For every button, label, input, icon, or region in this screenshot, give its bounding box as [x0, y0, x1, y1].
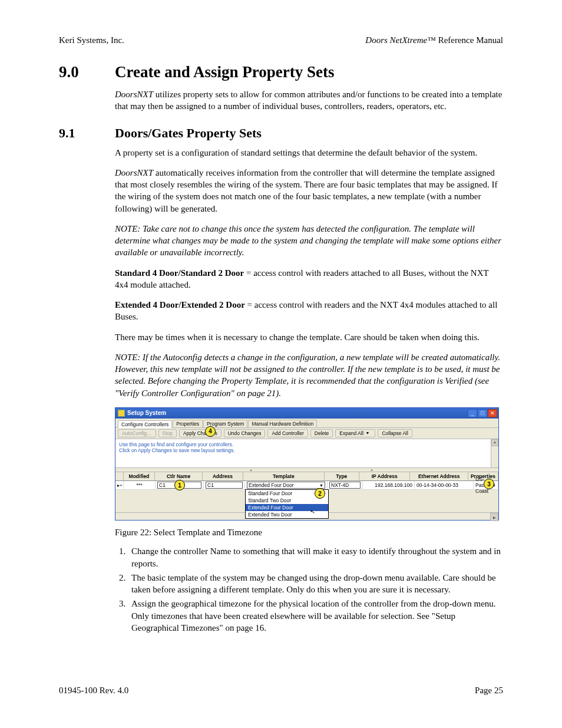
product-name-italic: DoorsNXT	[115, 168, 153, 177]
extended-door-label: Extended 4 Door/Extended 2 Door	[115, 300, 245, 309]
section-9-0-heading: 9.0 Create and Assign Property Sets	[59, 63, 503, 81]
section-title: Create and Assign Property Sets	[115, 63, 335, 81]
header-product: Doors NetXtreme	[365, 35, 427, 45]
template-column-header[interactable]: Template	[243, 472, 325, 480]
footer-page-number: Page 25	[475, 686, 503, 696]
collapse-all-button[interactable]: Collapse All	[378, 429, 412, 437]
ip-cell: 192.168.109.100	[363, 481, 415, 489]
steps-list: Change the controller Name to something …	[115, 545, 503, 634]
para-change-template: There may be times when it is necessary …	[115, 331, 503, 343]
toolbar: AutoConfig… Stop Apply Changes 4 Undo Ch…	[115, 428, 498, 439]
type-column-header[interactable]: Type	[325, 472, 359, 480]
step-3: Assign the geographical timezone for the…	[128, 598, 503, 634]
header-suffix: Reference Manual	[436, 35, 503, 45]
callout-2: 2	[315, 488, 325, 499]
ctlr-name-column-header[interactable]: Ctlr Name	[155, 472, 203, 480]
autoconfig-button[interactable]: AutoConfig…	[118, 429, 156, 437]
address-cell: C1	[204, 481, 245, 489]
tab-manual-hardware[interactable]: Manual Hardware Definition	[248, 420, 317, 427]
chevron-down-icon[interactable]: ▼	[363, 431, 372, 435]
window-titlebar[interactable]: Setup System _ □ ✕	[115, 408, 498, 419]
expand-toggle[interactable]: ▸+	[115, 481, 124, 489]
address-value: C1	[207, 482, 214, 488]
tab-bar: Configure Controllers Properties Program…	[115, 419, 498, 428]
window-title: Setup System	[127, 410, 166, 416]
footer-doc-rev: 01945-100 Rev. 4.0	[59, 686, 128, 696]
properties-cell[interactable]: US-Pacific Coast 3 ▼	[474, 481, 498, 489]
type-cell: NXT-4D	[328, 481, 363, 489]
table-row[interactable]: ▸+ *** C1 1 C1 Extended Four Door▼ Stand…	[115, 481, 498, 490]
header-tm: ™	[427, 35, 436, 45]
expand-all-label: Expand All	[339, 430, 363, 436]
type-value: NXT-4D	[331, 482, 349, 488]
modified-column-header[interactable]: Modified	[124, 472, 155, 480]
header-company: Keri Systems, Inc.	[59, 35, 124, 45]
splitter-grip-icon[interactable]	[360, 468, 384, 472]
para-definition: A property set is a configuration of sta…	[115, 147, 503, 159]
ip-address-column-header[interactable]: IP Address	[359, 472, 411, 480]
template-cell[interactable]: Extended Four Door▼ Standard Four Door S…	[245, 481, 328, 489]
setup-system-window: Setup System _ □ ✕ Configure Controllers…	[115, 407, 499, 521]
ctlr-name-value: C1	[159, 482, 166, 488]
product-name-italic: DoorsNXT	[115, 90, 153, 99]
subsection-title: Doors/Gates Property Sets	[115, 126, 262, 141]
grid-body: ▸+ *** C1 1 C1 Extended Four Door▼ Stand…	[115, 481, 498, 520]
expand-all-button[interactable]: Expand All▼	[335, 429, 375, 437]
tab-properties[interactable]: Properties	[173, 420, 203, 427]
maximize-button[interactable]: □	[478, 409, 487, 417]
intro-paragraph: DoorsNXT utilizes property sets to allow…	[115, 88, 503, 113]
minimize-button[interactable]: _	[468, 409, 477, 417]
hint-scrollbar[interactable]: ▲	[491, 439, 498, 467]
header-manual: Doors NetXtreme™ Reference Manual	[365, 35, 503, 45]
para-extended-door: Extended 4 Door/Extended 2 Door = access…	[115, 299, 503, 323]
dropdown-option[interactable]: Standard Two Door	[246, 497, 328, 504]
expand-column-header[interactable]	[115, 472, 124, 480]
app-icon	[118, 410, 125, 417]
scroll-right-icon[interactable]: ▶	[490, 513, 498, 521]
splitter-row[interactable]	[115, 468, 498, 472]
callout-1: 1	[174, 480, 185, 490]
note-autoconfig: NOTE: If the Autoconfig detects a change…	[115, 351, 503, 399]
modified-cell: ***	[124, 481, 156, 489]
figure-caption: Figure 22: Select Template and Timezone	[115, 526, 503, 538]
ethernet-address-column-header[interactable]: Ethernet Address	[410, 472, 468, 480]
step-1: Change the controller Name to something …	[128, 545, 503, 569]
chevron-down-icon[interactable]: ▼	[319, 483, 323, 487]
ctlr-name-cell[interactable]: C1 1	[156, 481, 204, 489]
para-auto-template-text: automatically receives information from …	[115, 168, 498, 213]
dropdown-option[interactable]: Extended Two Door	[246, 511, 328, 518]
address-column-header[interactable]: Address	[203, 472, 243, 480]
page-header: Keri Systems, Inc. Doors NetXtreme™ Refe…	[59, 35, 503, 45]
section-number: 9.0	[59, 63, 115, 81]
note-care: NOTE: Take care not to change this once …	[115, 223, 503, 259]
standard-door-label: Standard 4 Door/Standard 2 Door	[115, 268, 244, 278]
cursor-icon: ↖	[309, 508, 315, 515]
tab-configure-controllers[interactable]: Configure Controllers	[118, 420, 172, 428]
hint-line-1: Use this page to find and configure your…	[119, 442, 495, 447]
delete-button[interactable]: Delete	[310, 429, 333, 437]
para-standard-door: Standard 4 Door/Standard 2 Door = access…	[115, 267, 503, 291]
step-2: The basic template of the system may be …	[128, 572, 503, 596]
dropdown-option-selected[interactable]: Extended Four Door	[246, 504, 328, 511]
splitter-grip-icon[interactable]	[239, 468, 263, 472]
stop-button[interactable]: Stop	[158, 429, 177, 437]
intro-text: utilizes property sets to allow for comm…	[115, 90, 502, 111]
ethernet-cell: 00-14-34-00-00-33	[415, 481, 474, 489]
scroll-up-icon[interactable]: ▲	[491, 439, 498, 446]
close-button[interactable]: ✕	[488, 409, 497, 417]
subsection-number: 9.1	[59, 126, 115, 141]
template-value: Extended Four Door	[249, 482, 294, 488]
callout-3: 3	[484, 479, 494, 489]
undo-changes-button[interactable]: Undo Changes	[224, 429, 266, 437]
callout-4: 4	[205, 426, 216, 437]
add-controller-button[interactable]: Add Controller	[267, 429, 308, 437]
grid-header-row: Modified Ctlr Name Address Template Type…	[115, 472, 498, 481]
section-9-1-heading: 9.1 Doors/Gates Property Sets	[59, 126, 503, 141]
hint-line-2: Click on Apply Changes to save new layou…	[119, 447, 495, 453]
page-footer: 01945-100 Rev. 4.0 Page 25	[59, 686, 503, 696]
plus-icon[interactable]: +	[120, 483, 123, 488]
para-auto-template: DoorsNXT automatically receives informat…	[115, 167, 503, 215]
hint-panel: Use this page to find and configure your…	[115, 439, 498, 468]
